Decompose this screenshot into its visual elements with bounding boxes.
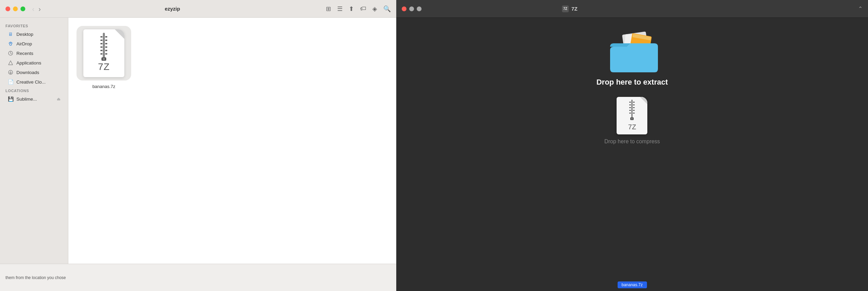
svg-rect-17 <box>105 53 107 55</box>
svg-point-0 <box>10 43 12 45</box>
sidebar-item-sublime[interactable]: 💾 Sublime... ⏏ <box>2 94 66 104</box>
compress-7z-label: 7Z <box>628 123 636 131</box>
ezyzip-title: 7Z 7Z <box>562 5 578 12</box>
svg-rect-31 <box>633 104 635 105</box>
minimize-button[interactable] <box>13 6 18 11</box>
svg-rect-27 <box>629 107 631 108</box>
folder-icon <box>607 31 658 72</box>
sidebar-item-applications[interactable]: Applications <box>2 58 66 68</box>
ezyzip-stepper[interactable]: ⌃ <box>858 5 863 12</box>
svg-rect-28 <box>629 110 631 111</box>
creative-cloud-icon: 📄 <box>8 79 14 85</box>
window-title: ezyzip <box>19 6 326 12</box>
svg-rect-12 <box>105 36 107 38</box>
selected-file-tag: bananas.7z <box>617 281 647 288</box>
svg-rect-5 <box>103 33 105 60</box>
extract-label: Drop here to extract <box>596 78 668 87</box>
svg-rect-6 <box>100 36 102 38</box>
svg-rect-8 <box>100 43 102 44</box>
dropbox-icon[interactable]: ◈ <box>372 5 377 13</box>
svg-rect-33 <box>633 110 635 111</box>
locations-label: Locations <box>0 87 68 94</box>
finder-window: ‹ › ezyzip ⊞ ☰ ⬆ 🏷 ◈ 🔍 Favorites 🖥 Deskt… <box>0 0 396 291</box>
view-icon[interactable]: ⊞ <box>326 5 331 13</box>
tag-icon[interactable]: 🏷 <box>360 5 366 12</box>
file-icon-7z: 7Z <box>83 29 124 77</box>
svg-rect-16 <box>105 50 107 51</box>
svg-rect-24 <box>631 100 633 119</box>
sidebar-item-desktop[interactable]: 🖥 Desktop <box>2 29 66 39</box>
ezyzip-titlebar: 7Z 7Z ⌃ <box>396 0 868 18</box>
svg-rect-9 <box>100 46 102 48</box>
svg-rect-32 <box>633 107 635 108</box>
ezyzip-content: Drop here to extract <box>396 18 868 291</box>
file-name-label: bananas.7z <box>89 83 118 90</box>
sidebar-item-sublime-label: Sublime... <box>16 97 37 102</box>
file-icon-container[interactable]: 7Z bananas.7z <box>77 26 131 90</box>
ezyzip-controls <box>402 6 422 11</box>
compress-label: Drop here to compress <box>604 139 660 145</box>
svg-rect-34 <box>633 113 635 114</box>
sidebar-item-recents[interactable]: Recents <box>2 48 66 58</box>
ezyzip-minimize-button[interactable] <box>409 6 414 11</box>
sidebar-item-downloads[interactable]: Downloads <box>2 68 66 77</box>
svg-rect-7 <box>100 40 102 41</box>
compress-zone[interactable]: 7Z Drop here to compress <box>604 97 660 145</box>
svg-rect-25 <box>629 102 631 103</box>
svg-rect-29 <box>629 113 631 114</box>
finder-titlebar: ‹ › ezyzip ⊞ ☰ ⬆ 🏷 ◈ 🔍 <box>0 0 396 18</box>
sidebar-item-downloads-label: Downloads <box>16 70 39 75</box>
ezyzip-title-text: 7Z <box>571 6 578 12</box>
svg-rect-11 <box>100 53 102 55</box>
status-text: them from the location you chose <box>5 275 66 280</box>
finder-body: Favorites 🖥 Desktop AirDrop <box>0 18 396 264</box>
ezyzip-title-icon: 7Z <box>562 5 569 12</box>
ezyzip-close-button[interactable] <box>402 6 407 11</box>
svg-rect-10 <box>100 50 102 51</box>
svg-rect-19 <box>103 58 105 60</box>
search-icon[interactable]: 🔍 <box>383 5 391 13</box>
svg-marker-2 <box>9 61 13 65</box>
zipper-svg <box>99 33 109 63</box>
share-icon[interactable]: ⬆ <box>349 5 354 13</box>
group-icon[interactable]: ☰ <box>337 5 343 13</box>
airdrop-icon <box>8 41 14 47</box>
sidebar: Favorites 🖥 Desktop AirDrop <box>0 18 68 264</box>
svg-rect-14 <box>105 43 107 44</box>
ezyzip-window: 7Z 7Z ⌃ D <box>396 0 868 291</box>
svg-rect-30 <box>633 102 635 103</box>
sidebar-item-airdrop[interactable]: AirDrop <box>2 39 66 48</box>
compress-zipper-svg <box>628 100 636 123</box>
extract-zone[interactable]: Drop here to extract <box>596 31 668 87</box>
sidebar-item-applications-label: Applications <box>16 60 41 66</box>
finder-content: 7Z bananas.7z <box>68 18 396 264</box>
desktop-icon: 🖥 <box>8 31 14 37</box>
applications-icon <box>8 60 14 66</box>
favorites-label: Favorites <box>0 22 68 29</box>
svg-rect-15 <box>105 46 107 48</box>
svg-rect-13 <box>105 40 107 41</box>
toolbar-right: ⊞ ☰ ⬆ 🏷 ◈ 🔍 <box>326 5 391 13</box>
sidebar-item-recents-label: Recents <box>16 51 33 56</box>
sidebar-item-airdrop-label: AirDrop <box>16 41 32 46</box>
compress-file-icon: 7Z <box>617 97 647 134</box>
finder-status: them from the location you chose <box>0 264 396 291</box>
svg-rect-36 <box>631 118 633 119</box>
ezyzip-maximize-button[interactable] <box>417 6 422 11</box>
file-icon-wrapper: 7Z <box>77 26 131 81</box>
recents-icon <box>8 50 14 56</box>
close-button[interactable] <box>5 6 10 11</box>
eject-icon[interactable]: ⏏ <box>57 97 60 101</box>
sublime-icon: 💾 <box>8 96 14 102</box>
sidebar-item-creative-label: Creative Clo... <box>16 79 46 85</box>
downloads-icon <box>8 69 14 75</box>
sidebar-item-creative[interactable]: 📄 Creative Clo... <box>2 77 66 87</box>
svg-rect-26 <box>629 104 631 105</box>
sidebar-item-desktop-label: Desktop <box>16 32 33 37</box>
